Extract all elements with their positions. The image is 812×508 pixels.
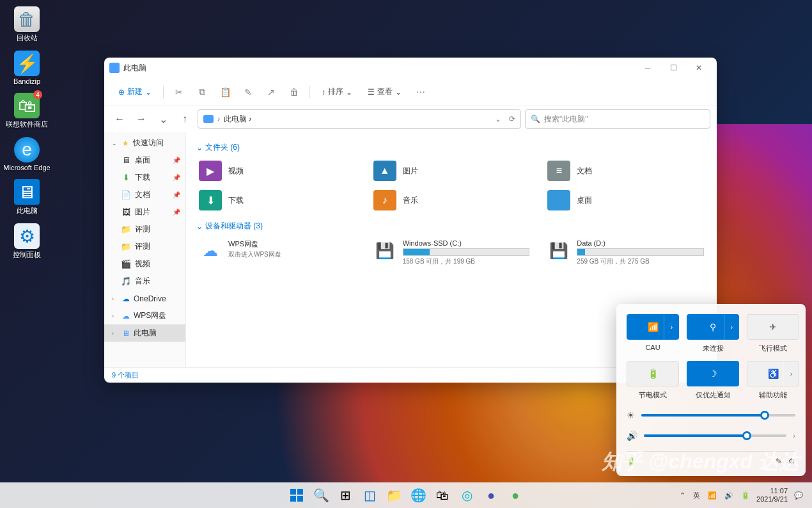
store-taskbar-icon[interactable]: 🛍 [432, 484, 453, 506]
taskbar: 🔍 ⊞ ◫ 📁 🌐 🛍 ◎ ● ● ⌃ 英 📶 🔊 🔋 11:07 2021/9… [0, 482, 812, 508]
sidebar-item[interactable]: 🖼图片📌 [104, 203, 185, 221]
folder-item[interactable]: ⬇下载 [196, 187, 358, 213]
sidebar-wps[interactable]: ›☁WPS网盘 [104, 307, 185, 324]
brightness-slider[interactable]: ☀ [627, 410, 795, 420]
desktop-icons: 🗑回收站 ⚡Bandizip 🛍4联想软件商店 eMicrosoft Edge … [6, 6, 47, 260]
svg-rect-3 [297, 496, 303, 502]
sidebar-item[interactable]: 🖥桌面📌 [104, 152, 185, 169]
minimize-button[interactable]: ─ [635, 58, 660, 78]
drive-item[interactable]: 💾Data (D:)259 GB 可用，共 275 GB [545, 237, 707, 269]
navbar: ← → ⌄ ↑ › 此电脑 › ⌄ ⟳ 🔍 搜索"此电脑" [104, 106, 717, 132]
svg-rect-1 [297, 489, 303, 495]
window-icon [109, 63, 120, 73]
drives-section-header[interactable]: ⌄设备和驱动器 (3) [196, 221, 707, 232]
volume-slider[interactable]: 🔊 › [627, 431, 795, 441]
paste-icon[interactable]: 📋 [215, 82, 235, 102]
folder-item[interactable]: ≡文档 [545, 158, 707, 184]
qs-tile-button[interactable]: 📶› [627, 314, 679, 340]
back-button[interactable]: ← [111, 110, 129, 128]
wifi-tray-icon[interactable]: 📶 [707, 490, 718, 501]
desktop-icon-control-panel[interactable]: ⚙控制面板 [6, 223, 47, 260]
maximize-button[interactable]: ☐ [660, 58, 686, 78]
settings-icon[interactable]: ⚙ [788, 457, 795, 466]
sidebar-onedrive[interactable]: ›☁OneDrive [104, 290, 185, 307]
sidebar-item[interactable]: 📁评测 [104, 238, 185, 255]
quick-settings-panel: 📶›CAU⚲›未连接✈飞行模式🔋节电模式☽仅优先通知♿›辅助功能 ☀ 🔊 › 🔋… [616, 304, 806, 476]
search-button[interactable]: 🔍 [310, 484, 332, 506]
refresh-icon[interactable]: ⟳ [509, 115, 515, 123]
explorer-taskbar-icon[interactable]: 📁 [383, 484, 405, 506]
desktop-icon-lenovo-store[interactable]: 🛍4联想软件商店 [6, 93, 47, 129]
folder-item[interactable]: 桌面 [545, 187, 707, 213]
folder-item[interactable]: ▶视频 [196, 158, 358, 184]
tray-chevron-icon[interactable]: ⌃ [678, 490, 687, 501]
sidebar-item[interactable]: 📁评测 [104, 221, 185, 238]
sidebar-item[interactable]: 📄文档📌 [104, 186, 185, 203]
notification-tray-icon[interactable]: 💬 [793, 490, 804, 501]
folders-section-header[interactable]: ⌄文件夹 (6) [196, 142, 707, 153]
folder-item[interactable]: ▲图片 [371, 158, 533, 184]
new-button[interactable]: ⊕ 新建 ⌄ [112, 83, 158, 101]
sidebar-item[interactable]: ⬇下载📌 [104, 169, 185, 186]
pc-icon [203, 115, 214, 123]
drive-item[interactable]: 💾Windows-SSD (C:)158 GB 可用，共 199 GB [371, 237, 533, 269]
sidebar-quick-access[interactable]: ⌄★快速访问 [104, 134, 185, 152]
sidebar-item[interactable]: 🎬视频 [104, 255, 185, 273]
share-icon[interactable]: ↗ [261, 82, 281, 102]
qs-tile-button[interactable]: ✈ [747, 314, 799, 340]
qs-tile-button[interactable]: ☽ [687, 361, 739, 386]
volume-expand-icon[interactable]: › [793, 432, 795, 440]
rename-icon[interactable]: ✎ [238, 82, 258, 102]
titlebar[interactable]: 此电脑 ─ ☐ ✕ [104, 58, 717, 78]
desktop-icon-recycle-bin[interactable]: 🗑回收站 [6, 6, 47, 43]
sidebar-this-pc[interactable]: ›🖥此电脑 [104, 324, 185, 342]
sort-button[interactable]: ↕ 排序 ⌄ [315, 83, 359, 101]
more-icon[interactable]: ⋯ [410, 82, 431, 102]
recent-button[interactable]: ⌄ [154, 110, 172, 128]
qs-tile-button[interactable]: ♿› [747, 361, 799, 386]
address-bar[interactable]: › 此电脑 › ⌄ ⟳ [198, 109, 521, 129]
sidebar-item[interactable]: 🎵音乐 [104, 273, 185, 290]
view-button[interactable]: ☰ 查看 ⌄ [361, 83, 408, 101]
app-taskbar-icon[interactable]: ● [480, 484, 502, 506]
sidebar: ⌄★快速访问 🖥桌面📌 ⬇下载📌 📄文档📌 🖼图片📌 📁评测 📁评测 🎬视频 🎵… [104, 132, 186, 367]
search-box[interactable]: 🔍 搜索"此电脑" [525, 109, 710, 129]
search-icon: 🔍 [531, 115, 540, 123]
cut-icon[interactable]: ✂ [169, 82, 189, 102]
ime-indicator[interactable]: 英 [692, 489, 701, 502]
folder-item[interactable]: ♪音乐 [371, 187, 533, 213]
edge-taskbar-icon[interactable]: 🌐 [407, 484, 429, 506]
start-button[interactable] [286, 484, 308, 506]
toolbar: ⊕ 新建 ⌄ ✂ ⧉ 📋 ✎ ↗ 🗑 ↕ 排序 ⌄ ☰ 查看 ⌄ ⋯ [104, 78, 717, 106]
battery-status[interactable]: 🔋 [627, 457, 636, 466]
close-button[interactable]: ✕ [686, 58, 712, 78]
desktop-icon-edge[interactable]: eMicrosoft Edge [6, 137, 47, 171]
edit-icon[interactable]: ✎ [776, 457, 782, 466]
app-taskbar-icon[interactable]: ● [504, 484, 526, 506]
brightness-icon: ☀ [627, 410, 635, 420]
svg-rect-0 [290, 489, 296, 495]
window-title: 此电脑 [123, 63, 146, 74]
app-taskbar-icon[interactable]: ◎ [456, 484, 478, 506]
copy-icon[interactable]: ⧉ [192, 82, 212, 102]
up-button[interactable]: ↑ [176, 110, 194, 128]
task-view-button[interactable]: ⊞ [334, 484, 356, 506]
widgets-button[interactable]: ◫ [359, 484, 380, 506]
qs-tile-button[interactable]: ⚲› [687, 314, 739, 340]
volume-icon: 🔊 [627, 431, 637, 441]
drive-item[interactable]: ☁WPS网盘双击进入WPS网盘 [196, 237, 358, 269]
delete-icon[interactable]: 🗑 [284, 82, 304, 102]
desktop-icon-this-pc[interactable]: 🖥此电脑 [6, 179, 47, 216]
forward-button[interactable]: → [132, 110, 150, 128]
volume-tray-icon[interactable]: 🔊 [723, 490, 735, 501]
battery-tray-icon[interactable]: 🔋 [740, 490, 751, 501]
clock[interactable]: 11:07 2021/9/21 [756, 487, 788, 504]
qs-tile-button[interactable]: 🔋 [627, 361, 679, 386]
svg-rect-2 [290, 496, 296, 502]
desktop-icon-bandizip[interactable]: ⚡Bandizip [6, 51, 47, 85]
